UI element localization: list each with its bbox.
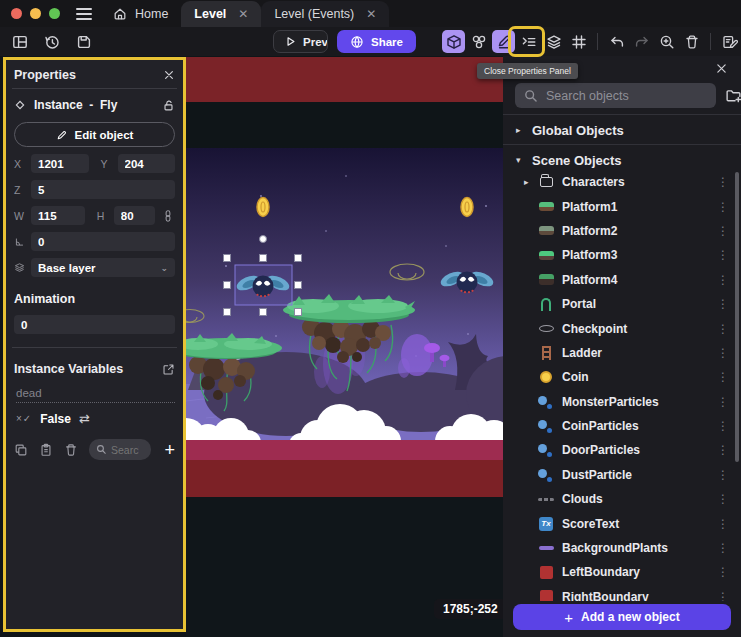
variables-search[interactable]	[89, 439, 151, 460]
redo-icon[interactable]	[630, 30, 653, 53]
object-list-item[interactable]: ▸ MonsterParticles ⋮	[503, 390, 741, 414]
object-list-item[interactable]: ▸ Clouds ⋮	[503, 487, 741, 511]
scene-canvas[interactable]	[186, 56, 503, 637]
close-properties-icon[interactable]	[163, 69, 175, 81]
properties-panel: Properties Instance - Fly Edit object X …	[3, 57, 186, 632]
close-objects-icon[interactable]	[715, 62, 728, 75]
object-list-item[interactable]: ▸ RightBoundary ⋮	[503, 585, 741, 601]
item-menu-icon[interactable]: ⋮	[717, 590, 729, 601]
item-menu-icon[interactable]: ⋮	[717, 322, 729, 336]
object-list-item[interactable]: ▸ DustParticle ⋮	[503, 463, 741, 487]
objects-scrollbar[interactable]	[735, 172, 739, 462]
object-groups-icon[interactable]	[467, 30, 490, 53]
angle-input[interactable]	[31, 232, 175, 251]
group-scene-objects[interactable]: ▾ Scene Objects	[503, 148, 741, 172]
item-menu-icon[interactable]: ⋮	[717, 395, 729, 409]
object-list-item[interactable]: ▸ Checkpoint ⋮	[503, 316, 741, 340]
object-list-item[interactable]: ▸ Coin ⋮	[503, 365, 741, 389]
toggle-value-icon[interactable]: ⇄	[79, 411, 90, 426]
panels-layout-icon[interactable]	[8, 30, 31, 53]
add-new-object-button[interactable]: + Add a new object	[513, 604, 731, 630]
item-menu-icon[interactable]: ⋮	[717, 565, 729, 579]
item-menu-icon[interactable]: ⋮	[717, 443, 729, 457]
edit-scene-icon[interactable]	[718, 30, 741, 53]
item-menu-icon[interactable]: ⋮	[717, 200, 729, 214]
minimize-window-button[interactable]	[30, 8, 41, 19]
object-list-item[interactable]: ▸ Platform1 ⋮	[503, 194, 741, 218]
item-menu-icon[interactable]: ⋮	[717, 297, 729, 311]
item-menu-icon[interactable]: ⋮	[717, 175, 729, 189]
x-input[interactable]	[31, 154, 89, 173]
delete-icon[interactable]	[680, 30, 703, 53]
grid-icon[interactable]	[567, 30, 590, 53]
copy-icon[interactable]	[14, 443, 28, 457]
width-input[interactable]	[31, 206, 85, 225]
object-list-item[interactable]: ▸ Platform2 ⋮	[503, 219, 741, 243]
maximize-window-button[interactable]	[49, 8, 60, 19]
add-variable-button[interactable]: +	[164, 441, 175, 459]
item-menu-icon[interactable]: ⋮	[717, 370, 729, 384]
object-list-item[interactable]: ▸ DoorParticles ⋮	[503, 438, 741, 462]
save-icon[interactable]	[72, 30, 95, 53]
variables-search-input[interactable]	[111, 444, 139, 456]
object-list-item[interactable]: ▸ Ladder ⋮	[503, 341, 741, 365]
layers-icon[interactable]	[542, 30, 565, 53]
instance-title: Instance - Fly	[34, 98, 117, 112]
object-label: LeftBoundary	[562, 565, 717, 579]
group-global-objects[interactable]: ▸ Global Objects	[503, 118, 741, 142]
properties-panel-icon[interactable]	[492, 30, 515, 53]
height-input[interactable]	[114, 206, 155, 225]
object-list-item[interactable]: ▸ ScoreText ⋮	[503, 511, 741, 535]
close-window-button[interactable]	[11, 8, 22, 19]
object-list-item[interactable]: ▸ Characters ⋮	[503, 170, 741, 194]
object-label: Ladder	[562, 346, 717, 360]
open-variables-icon[interactable]	[162, 363, 175, 376]
item-menu-icon[interactable]: ⋮	[717, 224, 729, 238]
history-icon[interactable]	[40, 30, 63, 53]
paste-icon[interactable]	[39, 443, 53, 457]
z-input[interactable]	[31, 180, 175, 199]
toolbar: Preview Share	[0, 27, 741, 56]
objects-search[interactable]	[515, 83, 716, 108]
close-tab-icon[interactable]: ✕	[366, 8, 376, 20]
object-list-item[interactable]: ▸ Platform3 ⋮	[503, 243, 741, 267]
variable-name[interactable]: dead	[16, 387, 175, 403]
menu-icon[interactable]	[76, 8, 92, 20]
item-menu-icon[interactable]: ⋮	[717, 492, 729, 506]
item-menu-icon[interactable]: ⋮	[717, 517, 729, 531]
edit-object-button[interactable]: Edit object	[14, 122, 175, 147]
layer-select[interactable]: Base layer ⌄	[31, 258, 175, 277]
object-list-item[interactable]: ▸ Platform4 ⋮	[503, 268, 741, 292]
zoom-in-icon[interactable]	[655, 30, 678, 53]
item-menu-icon[interactable]: ⋮	[717, 541, 729, 555]
delete-variable-icon[interactable]	[64, 443, 78, 457]
share-button[interactable]: Share	[337, 30, 416, 53]
tab-level[interactable]: Level ✕	[181, 1, 261, 27]
objects-search-input[interactable]	[546, 89, 707, 103]
object-list-item[interactable]: ▸ CoinParticles ⋮	[503, 414, 741, 438]
item-menu-icon[interactable]: ⋮	[717, 273, 729, 287]
item-menu-icon[interactable]: ⋮	[717, 468, 729, 482]
item-menu-icon[interactable]: ⋮	[717, 346, 729, 360]
lock-ratio-icon[interactable]	[161, 209, 175, 223]
item-menu-icon[interactable]: ⋮	[717, 248, 729, 262]
objects-panel-icon[interactable]	[442, 30, 465, 53]
animation-input[interactable]	[14, 315, 175, 334]
undo-icon[interactable]	[605, 30, 628, 53]
object-list-item[interactable]: ▸ Portal ⋮	[503, 292, 741, 316]
preview-button[interactable]: Preview	[273, 30, 328, 53]
close-tab-icon[interactable]: ✕	[238, 8, 248, 20]
animation-section-title: Animation	[14, 292, 175, 306]
unlock-icon[interactable]	[162, 99, 175, 112]
object-list-item[interactable]: ▸ LeftBoundary ⋮	[503, 560, 741, 584]
add-folder-icon[interactable]	[725, 87, 741, 104]
search-icon	[524, 89, 538, 103]
y-input[interactable]	[118, 154, 176, 173]
instances-list-icon[interactable]	[517, 30, 540, 53]
object-label: DoorParticles	[562, 443, 717, 457]
variable-value[interactable]: False	[40, 412, 71, 426]
item-menu-icon[interactable]: ⋮	[717, 419, 729, 433]
tab-home[interactable]: Home	[100, 1, 181, 27]
tab-level-events[interactable]: Level (Events) ✕	[261, 1, 389, 27]
object-list-item[interactable]: ▸ BackgroundPlants ⋮	[503, 536, 741, 560]
